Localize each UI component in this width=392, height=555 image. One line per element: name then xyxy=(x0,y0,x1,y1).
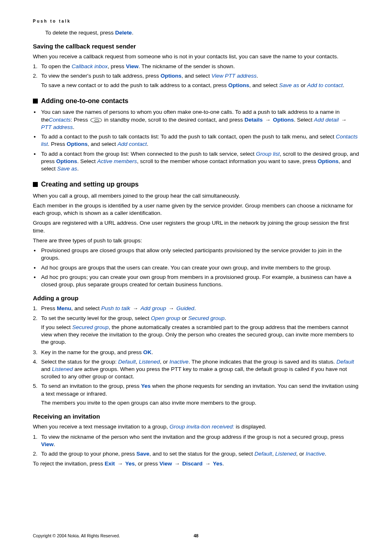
text: or xyxy=(180,315,188,321)
listened: Listened xyxy=(139,359,160,365)
default: Default xyxy=(118,359,136,365)
arrow-icon: → xyxy=(116,461,124,467)
recv-step-2: To add the group to your phone, press Sa… xyxy=(33,450,359,458)
text: , and to set the status for the group, s… xyxy=(149,451,254,457)
view-key: View xyxy=(159,461,172,467)
save-as: Save as xyxy=(57,166,77,172)
groups-bullet-2: Ad hoc groups are groups that the users … xyxy=(33,264,359,272)
text: . The nickname of the sender is shown. xyxy=(138,63,235,69)
nav-key-icon xyxy=(90,118,102,122)
text: Select the status for the group: xyxy=(41,359,118,365)
groups-title: Creating and setting up groups xyxy=(33,180,359,189)
saving-step-2: To view the sender's push to talk addres… xyxy=(33,72,359,89)
adding-bullet-3: To add a contact from the group list: Wh… xyxy=(33,150,359,173)
options-key: Options xyxy=(228,82,249,88)
text: To view the sender's push to talk addres… xyxy=(41,73,161,79)
exit-key: Exit xyxy=(105,461,115,467)
view-ptt: View PTT address xyxy=(212,73,257,79)
text: . xyxy=(132,30,134,36)
groups-bullet-3: Ad hoc pro groups; you can create your o… xyxy=(33,274,359,288)
details-key: Details xyxy=(244,117,263,123)
options-key: Options xyxy=(67,141,88,147)
addgroup-step-5-sub: The members you invite to the open group… xyxy=(41,399,359,407)
groups-p1: When you call a group, all members joine… xyxy=(33,192,359,200)
listened: Listened xyxy=(52,366,73,372)
text: To send an invitation to the group, pres… xyxy=(41,383,141,389)
addgroup-step-2-sub: If you select Secured group, the phone a… xyxy=(41,324,359,346)
text: , press xyxy=(108,63,126,69)
text: . xyxy=(194,305,196,311)
yes-key: Yes xyxy=(213,461,222,467)
text: . xyxy=(343,82,344,88)
inactive: Inactive xyxy=(306,451,325,457)
recv-title: Receiving an invitation xyxy=(33,412,359,421)
saving-intro: When you receive a callback request from… xyxy=(33,53,359,60)
text: is displayed. xyxy=(234,424,266,430)
text: : Press xyxy=(71,117,90,123)
groups-p3: Groups are registered with a URL address… xyxy=(33,219,359,234)
options-key: Options xyxy=(273,117,294,123)
view-key: View xyxy=(126,63,138,69)
text: Adding one-to-one contacts xyxy=(41,97,128,106)
adding-bullet-2: To add a contact to the push to talk con… xyxy=(33,133,359,148)
listened: Listened xyxy=(275,451,296,457)
recv-reject: To reject the invitation, press Exit → Y… xyxy=(33,460,359,467)
addgroup-step-2: To set the security level for the group,… xyxy=(33,315,359,346)
view-key: View xyxy=(41,441,54,447)
text: , scroll to the member whose contact inf… xyxy=(137,158,318,164)
delete-request-line: To delete the request, press Delete. xyxy=(33,29,359,37)
guided: Guided xyxy=(176,305,194,311)
delete-key: Delete xyxy=(115,30,132,36)
text: To open the xyxy=(41,63,71,69)
text: . xyxy=(73,124,74,130)
inactive: Inactive xyxy=(169,359,189,365)
ok-key: OK xyxy=(143,349,151,355)
push-to-talk: Push to talk xyxy=(101,305,130,311)
adding-contacts-title: Adding one-to-one contacts xyxy=(33,97,359,106)
text: . Select xyxy=(294,117,314,123)
discard-key: Discard xyxy=(182,461,203,467)
text: . xyxy=(222,461,224,467)
text: , or xyxy=(296,451,306,457)
text: When you receive a text message invitati… xyxy=(33,424,169,430)
saving-title: Saving the callback request sender xyxy=(33,42,359,51)
text: , or press xyxy=(135,461,159,467)
arrow-icon: → xyxy=(173,461,181,467)
text: Creating and setting up groups xyxy=(41,180,138,189)
arrow-icon: → xyxy=(264,117,272,123)
text: . xyxy=(54,441,55,447)
text: and xyxy=(41,366,52,372)
text: To save a new contact or to add the push… xyxy=(41,82,228,88)
text: , and select xyxy=(88,141,118,147)
adding-bullet-1: You can save the names of persons to who… xyxy=(33,108,359,131)
options-key: Options xyxy=(56,158,77,164)
contacts: Contacts xyxy=(49,117,71,123)
text: To view the nickname of the person who s… xyxy=(41,434,344,440)
arrow-icon: → xyxy=(204,461,212,467)
add-detail: Add detail xyxy=(314,117,339,123)
groups-p2: Each member in the groups is identified … xyxy=(33,202,359,217)
yes-key: Yes xyxy=(125,461,135,467)
groups-p4: There are three types of push to talk gr… xyxy=(33,237,359,244)
addgroup-step-1: Press Menu, and select Push to talk → Ad… xyxy=(33,305,359,312)
text: . xyxy=(152,349,153,355)
ptt-address: PTT address xyxy=(41,124,73,130)
active-members: Active members xyxy=(97,158,137,164)
default: Default xyxy=(337,359,354,365)
text: To add a contact from the group list: Wh… xyxy=(41,151,256,157)
text: To add the group to your phone, press xyxy=(41,451,136,457)
options-key: Options xyxy=(318,158,339,164)
text: , and select xyxy=(249,82,279,88)
text: To delete the request, press xyxy=(45,30,115,36)
addgroup-step-3: Key in the name for the group, and press… xyxy=(33,349,359,356)
recv-p1: When you receive a text message invitati… xyxy=(33,423,359,431)
text: , xyxy=(272,451,275,457)
group-list: Group list xyxy=(256,151,280,157)
saving-step-2-sub: To save a new contact or to add the push… xyxy=(41,82,359,89)
addgroup-step-4: Select the status for the group: Default… xyxy=(33,358,359,381)
text: To reject the invitation, press xyxy=(33,461,105,467)
text: or xyxy=(299,82,307,88)
default: Default xyxy=(254,451,272,457)
text: , or xyxy=(160,359,169,365)
callback-inbox: Callback inbox xyxy=(71,63,108,69)
